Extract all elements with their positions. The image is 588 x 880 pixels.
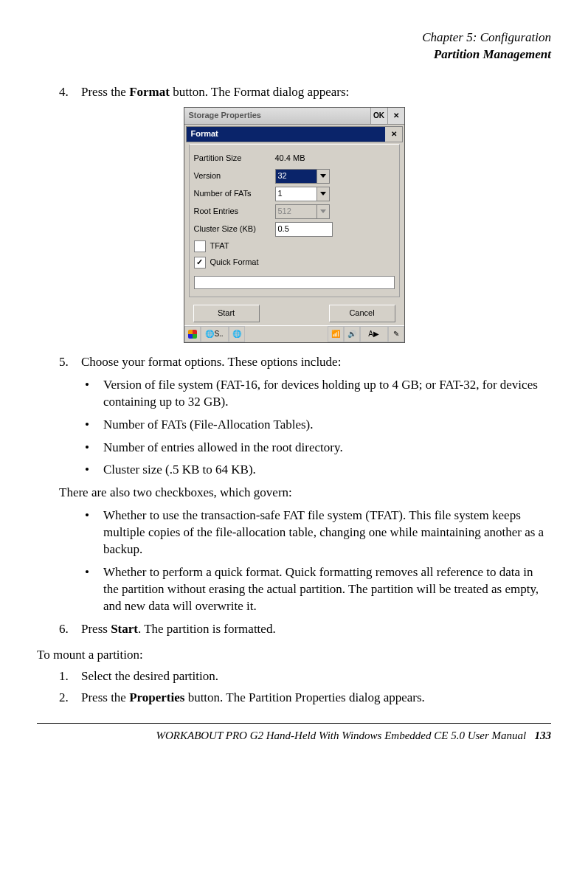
text-fragment: Press the bbox=[81, 85, 129, 99]
root-entries-value: 512 bbox=[276, 205, 317, 218]
step-text: Choose your format options. These option… bbox=[81, 354, 551, 371]
bullet-item: • Version of file system (FAT-16, for de… bbox=[85, 377, 551, 411]
connection-label: S.. bbox=[214, 329, 223, 339]
row-cluster-size: Cluster Size (KB) 0.5 bbox=[194, 221, 395, 238]
bullet-item: • Whether to use the transaction-safe FA… bbox=[85, 507, 551, 558]
step-text: Press the Format button. The Format dial… bbox=[81, 84, 551, 101]
bullet-text: Cluster size (.5 KB to 64 KB). bbox=[103, 462, 256, 479]
network-icon[interactable]: 🌐 bbox=[229, 326, 245, 342]
wince-window: Storage Properties OK ✕ Format ✕ Partiti… bbox=[184, 107, 405, 343]
bullet-item: • Number of FATs (File-Allocation Tables… bbox=[85, 417, 551, 434]
outer-titlebar: Storage Properties OK ✕ bbox=[184, 108, 404, 125]
cancel-button[interactable]: Cancel bbox=[329, 305, 395, 322]
label-partition-size: Partition Size bbox=[194, 153, 275, 164]
text-bold: Format bbox=[129, 85, 170, 99]
value-partition-size: 40.4 MB bbox=[275, 153, 305, 164]
row-num-fats: Number of FATs 1 bbox=[194, 186, 395, 202]
step-number: 5. bbox=[59, 354, 81, 371]
text-bold: Start bbox=[111, 622, 138, 636]
bullet-item: • Whether to perform a quick format. Qui… bbox=[85, 564, 551, 615]
label-num-fats: Number of FATs bbox=[194, 188, 275, 199]
quick-format-checkbox[interactable] bbox=[194, 257, 206, 268]
bullet-text: Version of file system (FAT-16, for devi… bbox=[103, 377, 551, 411]
chevron-down-icon[interactable] bbox=[317, 187, 329, 201]
tray-icon-2[interactable]: 🔊 bbox=[344, 326, 360, 342]
text-fragment: button. The Format dialog appears: bbox=[170, 85, 349, 99]
button-row: Start Cancel bbox=[184, 302, 404, 325]
page-footer: WORKABOUT PRO G2 Hand-Held With Windows … bbox=[37, 723, 551, 743]
checkbox-intro: There are also two checkboxes, which gov… bbox=[59, 485, 551, 502]
ok-button[interactable]: OK bbox=[370, 108, 387, 124]
row-quick-format: Quick Format bbox=[194, 255, 395, 270]
row-tfat: TFAT bbox=[194, 239, 395, 254]
step-text: Press Start. The partition is formatted. bbox=[81, 621, 551, 638]
inner-close-button[interactable]: ✕ bbox=[385, 127, 402, 142]
label-quick-format: Quick Format bbox=[210, 257, 259, 268]
text-bold: Properties bbox=[129, 690, 184, 704]
bullet-text: Number of entries allowed in the root di… bbox=[103, 440, 343, 457]
sip-label: A bbox=[368, 329, 373, 339]
connection-icon[interactable]: 🌐S.. bbox=[201, 326, 229, 342]
inner-title: Format bbox=[187, 127, 385, 142]
page-number: 133 bbox=[535, 730, 552, 741]
page-header: Chapter 5: Configuration Partition Manag… bbox=[37, 30, 551, 63]
close-button[interactable]: ✕ bbox=[387, 108, 404, 124]
text-fragment: Press bbox=[81, 622, 111, 636]
bullet-dot: • bbox=[85, 417, 103, 434]
start-icon[interactable] bbox=[184, 326, 201, 342]
text-fragment: Press the bbox=[81, 690, 129, 704]
chevron-down-icon bbox=[317, 205, 329, 218]
bullet-text: Number of FATs (File-Allocation Tables). bbox=[103, 417, 314, 434]
step-text: Select the desired partition. bbox=[81, 668, 551, 685]
chevron-down-icon[interactable] bbox=[317, 170, 329, 183]
row-version: Version 32 bbox=[194, 168, 395, 184]
version-dropdown[interactable]: 32 bbox=[275, 169, 330, 184]
start-button[interactable]: Start bbox=[193, 305, 260, 322]
bullet-dot: • bbox=[85, 462, 103, 479]
inner-titlebar: Format ✕ bbox=[186, 126, 403, 142]
pen-icon[interactable]: ✎ bbox=[388, 326, 404, 342]
step-number: 4. bbox=[59, 84, 81, 101]
bullet-text: Whether to perform a quick format. Quick… bbox=[103, 564, 551, 615]
cluster-size-input[interactable]: 0.5 bbox=[275, 222, 333, 237]
mount-intro: To mount a partition: bbox=[37, 647, 551, 664]
label-root-entries: Root Entries bbox=[194, 206, 275, 217]
step-number: 1. bbox=[59, 668, 81, 685]
row-partition-size: Partition Size 40.4 MB bbox=[194, 150, 395, 167]
sip-icon[interactable]: A▶ bbox=[360, 326, 388, 342]
footer-title: WORKABOUT PRO G2 Hand-Held With Windows … bbox=[156, 730, 526, 741]
step-number: 2. bbox=[59, 690, 81, 707]
bullet-text: Whether to use the transaction-safe FAT … bbox=[103, 507, 551, 558]
num-fats-value: 1 bbox=[276, 187, 317, 201]
num-fats-dropdown[interactable]: 1 bbox=[275, 187, 330, 201]
bullet-item: • Number of entries allowed in the root … bbox=[85, 440, 551, 457]
tray-icon-1[interactable]: 📶 bbox=[328, 326, 344, 342]
step-number: 6. bbox=[59, 621, 81, 638]
mount-step-1: 1. Select the desired partition. bbox=[59, 668, 551, 685]
label-tfat: TFAT bbox=[210, 240, 229, 252]
step-4: 4. Press the Format button. The Format d… bbox=[59, 84, 551, 101]
label-cluster-size: Cluster Size (KB) bbox=[194, 224, 275, 235]
bullet-item: • Cluster size (.5 KB to 64 KB). bbox=[85, 462, 551, 479]
label-version: Version bbox=[194, 170, 275, 181]
text-fragment: button. The Partition Properties dialog … bbox=[184, 690, 424, 704]
mount-step-2: 2. Press the Properties button. The Part… bbox=[59, 690, 551, 707]
step-5: 5. Choose your format options. These opt… bbox=[59, 354, 551, 371]
outer-title: Storage Properties bbox=[184, 108, 370, 124]
header-section: Partition Management bbox=[37, 46, 551, 63]
bullet-dot: • bbox=[85, 377, 103, 411]
windows-flag-icon bbox=[188, 330, 197, 339]
header-chapter: Chapter 5: Configuration bbox=[37, 30, 551, 46]
version-value: 32 bbox=[276, 170, 317, 183]
bullet-dot: • bbox=[85, 507, 103, 558]
step-text: Press the Properties button. The Partiti… bbox=[81, 690, 551, 707]
bullet-list-2: • Whether to use the transaction-safe FA… bbox=[85, 507, 551, 615]
step-6: 6. Press Start. The partition is formatt… bbox=[59, 621, 551, 638]
row-root-entries: Root Entries 512 bbox=[194, 204, 395, 220]
bullet-list-1: • Version of file system (FAT-16, for de… bbox=[85, 377, 551, 479]
progress-bar bbox=[194, 276, 395, 289]
bullet-dot: • bbox=[85, 440, 103, 457]
text-fragment: . The partition is formatted. bbox=[138, 622, 276, 636]
form-panel: Partition Size 40.4 MB Version 32 Number… bbox=[189, 144, 400, 297]
tfat-checkbox[interactable] bbox=[194, 240, 206, 252]
